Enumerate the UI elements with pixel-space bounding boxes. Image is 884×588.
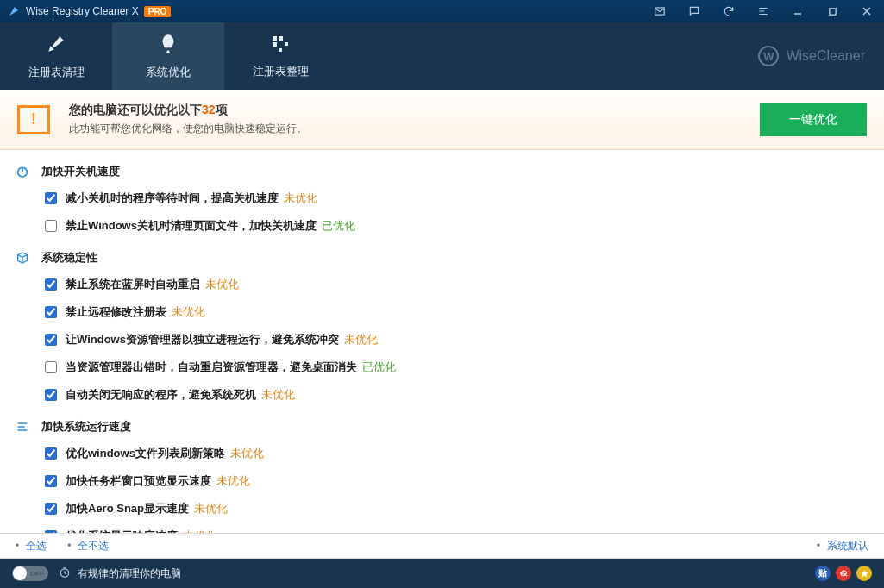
option-status: 未优化 — [230, 446, 264, 461]
refresh-icon[interactable] — [712, 0, 746, 22]
clock-icon — [59, 566, 71, 581]
option-text: 减小关机时的程序等待时间，提高关机速度 — [66, 191, 279, 206]
group-header[interactable]: 加快系统运行速度 — [0, 414, 884, 440]
option-item: 优化windows文件列表刷新策略未优化 — [0, 440, 884, 467]
banner-subtitle: 此功能可帮您优化网络，使您的电脑快速稳定运行。 — [69, 122, 760, 136]
optimize-button[interactable]: 一键优化 — [760, 103, 867, 136]
selection-bar: •全选 •全不选 •系统默认 — [0, 533, 884, 559]
group-title: 加快开关机速度 — [41, 164, 120, 179]
nav-bar: 注册表清理 系统优化 注册表整理 W WiseCleaner — [0, 22, 884, 90]
app-title: Wise Registry Cleaner X — [26, 5, 139, 17]
rocket-icon — [157, 33, 179, 58]
system-default-link[interactable]: 系统默认 — [827, 540, 868, 552]
menu-icon[interactable] — [746, 0, 781, 22]
option-checkbox[interactable] — [45, 475, 57, 487]
option-status: 已优化 — [362, 360, 396, 375]
svg-rect-4 — [273, 42, 277, 47]
option-status: 未优化 — [344, 332, 378, 347]
banner-title: 您的电脑还可以优化以下32项 — [69, 103, 760, 118]
title-bar: Wise Registry Cleaner X PRO — [0, 0, 884, 22]
option-status: 未优化 — [194, 501, 228, 516]
brand-logo-icon: W — [758, 46, 779, 66]
select-none-link[interactable]: 全不选 — [78, 539, 109, 554]
social-weibo-icon[interactable]: ଈ — [836, 566, 851, 581]
option-item: 减小关机时的程序等待时间，提高关机速度未优化 — [0, 185, 884, 212]
option-item: 自动关闭无响应的程序，避免系统死机未优化 — [0, 381, 884, 409]
option-checkbox[interactable] — [45, 192, 57, 204]
option-text: 让Windows资源管理器以独立进程运行，避免系统冲突 — [66, 332, 339, 347]
power-icon — [16, 165, 31, 178]
speed-icon — [16, 420, 31, 434]
tab-registry-defrag[interactable]: 注册表整理 — [224, 22, 336, 90]
option-text: 加快Aero Snap显示速度 — [66, 501, 189, 516]
feedback-icon[interactable] — [677, 0, 712, 22]
option-item: 禁止远程修改注册表未优化 — [0, 298, 884, 326]
option-checkbox[interactable] — [45, 220, 57, 232]
option-text: 禁止系统在蓝屏时自动重启 — [66, 277, 200, 292]
group-title: 系统稳定性 — [41, 250, 97, 266]
tab-registry-clean[interactable]: 注册表清理 — [0, 22, 112, 90]
schedule-text: 有规律的清理你的电脑 — [78, 566, 181, 581]
svg-rect-6 — [279, 48, 282, 52]
option-checkbox[interactable] — [45, 361, 57, 373]
option-status: 未优化 — [261, 387, 295, 403]
option-status: 未优化 — [205, 277, 239, 292]
option-text: 优化windows文件列表刷新策略 — [66, 446, 225, 461]
brush-icon — [45, 33, 67, 58]
option-status: 未优化 — [172, 304, 205, 320]
option-item: 禁止Windows关机时清理页面文件，加快关机速度已优化 — [0, 212, 884, 240]
group-header[interactable]: 加快开关机速度 — [0, 159, 884, 185]
grid-icon — [270, 34, 291, 57]
group-title: 加快系统运行速度 — [41, 419, 131, 435]
mail-icon[interactable] — [643, 0, 677, 22]
option-text: 禁止远程修改注册表 — [66, 304, 166, 320]
option-checkbox[interactable] — [45, 278, 57, 291]
option-checkbox[interactable] — [45, 389, 57, 401]
option-checkbox[interactable] — [45, 306, 57, 318]
tab-label: 注册表清理 — [28, 65, 85, 80]
option-text: 自动关闭无响应的程序，避免系统死机 — [66, 387, 256, 403]
optimize-banner: ! 您的电脑还可以优化以下32项 此功能可帮您优化网络，使您的电脑快速稳定运行。… — [0, 90, 884, 150]
warning-icon: ! — [17, 105, 50, 134]
option-text: 当资源管理器出错时，自动重启资源管理器，避免桌面消失 — [66, 360, 357, 375]
option-item: 禁止系统在蓝屏时自动重启未优化 — [0, 271, 884, 298]
svg-rect-3 — [279, 36, 283, 41]
status-bar: OFF 有规律的清理你的电脑 贴 ଈ ★ — [0, 559, 884, 588]
option-item: 当资源管理器出错时，自动重启资源管理器，避免桌面消失已优化 — [0, 353, 884, 381]
option-checkbox[interactable] — [45, 334, 57, 346]
option-item: 加快任务栏窗口预览显示速度未优化 — [0, 467, 884, 495]
option-item: 加快Aero Snap显示速度未优化 — [0, 495, 884, 522]
tab-system-optimize[interactable]: 系统优化 — [112, 22, 224, 90]
option-status: 已优化 — [322, 218, 355, 234]
option-item: 让Windows资源管理器以独立进程运行，避免系统冲突未优化 — [0, 326, 884, 353]
maximize-icon[interactable] — [815, 0, 850, 22]
option-text: 禁止Windows关机时清理页面文件，加快关机速度 — [66, 218, 317, 234]
social-qzone-icon[interactable]: ★ — [856, 566, 872, 581]
tab-label: 系统优化 — [146, 65, 191, 80]
option-group: 加快开关机速度减小关机时的程序等待时间，提高关机速度未优化禁止Windows关机… — [0, 159, 884, 240]
option-status: 未优化 — [216, 473, 250, 489]
schedule-toggle[interactable]: OFF — [12, 566, 48, 581]
option-status: 未优化 — [284, 191, 317, 206]
svg-rect-5 — [285, 42, 288, 46]
social-tieba-icon[interactable]: 贴 — [815, 566, 831, 581]
pro-badge: PRO — [144, 6, 172, 17]
minimize-icon[interactable] — [781, 0, 815, 22]
brand-text: WiseCleaner — [786, 48, 865, 64]
svg-rect-1 — [829, 8, 835, 14]
option-text: 加快任务栏窗口预览显示速度 — [66, 473, 211, 489]
app-icon — [7, 4, 21, 18]
option-checkbox[interactable] — [45, 447, 57, 460]
cube-icon — [16, 251, 31, 265]
brand: W WiseCleaner — [758, 22, 884, 90]
group-header[interactable]: 系统稳定性 — [0, 245, 884, 271]
option-group: 加快系统运行速度优化windows文件列表刷新策略未优化加快任务栏窗口预览显示速… — [0, 414, 884, 533]
tab-label: 注册表整理 — [253, 64, 309, 79]
option-checkbox[interactable] — [45, 503, 57, 515]
option-group: 系统稳定性禁止系统在蓝屏时自动重启未优化禁止远程修改注册表未优化让Windows… — [0, 245, 884, 409]
close-icon[interactable] — [850, 0, 884, 22]
svg-rect-2 — [273, 36, 277, 41]
option-item: 优化系统显示响应速度未优化 — [0, 522, 884, 533]
select-all-link[interactable]: 全选 — [26, 539, 47, 554]
optimization-list[interactable]: 加快开关机速度减小关机时的程序等待时间，提高关机速度未优化禁止Windows关机… — [0, 150, 884, 533]
